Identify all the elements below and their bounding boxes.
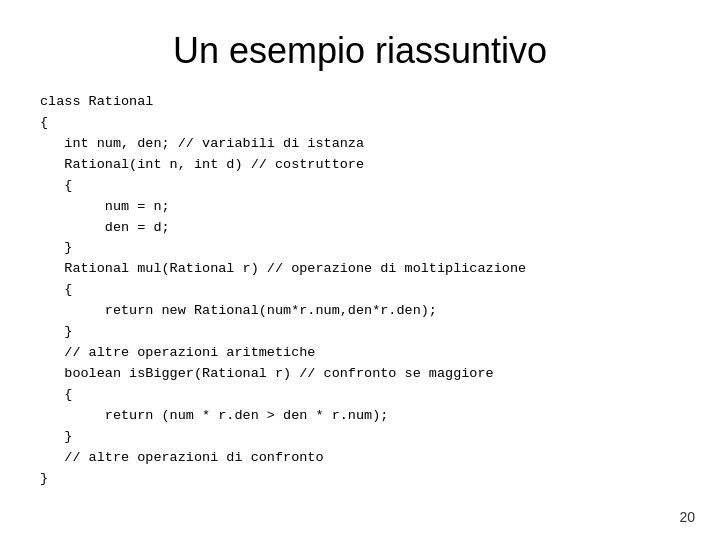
- code-line: return (num * r.den > den * r.num);: [40, 406, 690, 427]
- code-line: }: [40, 427, 690, 448]
- code-line: {: [40, 113, 690, 134]
- page-number: 20: [679, 509, 695, 525]
- code-line: class Rational: [40, 92, 690, 113]
- slide: Un esempio riassuntivo class Rational{ i…: [0, 0, 720, 540]
- code-line: }: [40, 238, 690, 259]
- code-line: // altre operazioni aritmetiche: [40, 343, 690, 364]
- code-line: }: [40, 469, 690, 490]
- code-line: int num, den; // variabili di istanza: [40, 134, 690, 155]
- code-line: }: [40, 322, 690, 343]
- code-line: {: [40, 176, 690, 197]
- code-line: // altre operazioni di confronto: [40, 448, 690, 469]
- code-line: Rational(int n, int d) // costruttore: [40, 155, 690, 176]
- code-block: class Rational{ int num, den; // variabi…: [30, 92, 690, 490]
- code-line: den = d;: [40, 218, 690, 239]
- code-line: boolean isBigger(Rational r) // confront…: [40, 364, 690, 385]
- code-line: Rational mul(Rational r) // operazione d…: [40, 259, 690, 280]
- code-line: num = n;: [40, 197, 690, 218]
- code-line: {: [40, 385, 690, 406]
- code-line: {: [40, 280, 690, 301]
- slide-title: Un esempio riassuntivo: [30, 30, 690, 72]
- code-line: return new Rational(num*r.num,den*r.den)…: [40, 301, 690, 322]
